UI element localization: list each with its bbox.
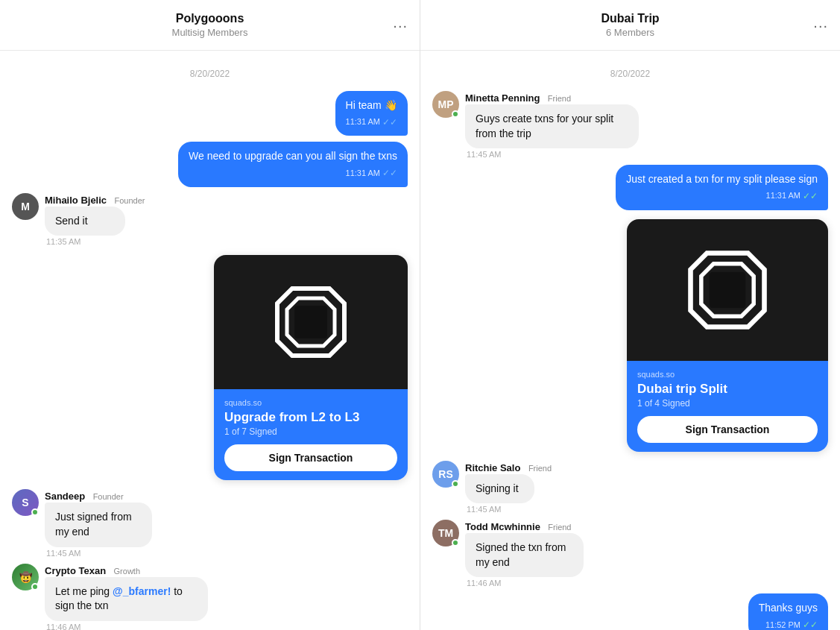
bubble-created-time: 11:31 AM ✓✓ <box>626 190 818 203</box>
left-chat-body: 8/20/2022 Hi team 👋 11:31 AM ✓✓ We need … <box>0 51 420 630</box>
txn-card-left-image <box>214 255 408 389</box>
msg-outgoing-created: Just created a txn for my split please s… <box>432 165 828 210</box>
msg-incoming-todd: TM Todd Mcwhinnie Friend Signed the txn … <box>432 520 828 588</box>
msg-incoming-ritchie: RS Ritchie Salo Friend Signing it 11:45 … <box>432 461 828 514</box>
minetta-time: 11:45 AM <box>465 150 683 159</box>
bubble-thanks: Thanks guys 11:52 PM ✓✓ <box>748 593 828 630</box>
txn-title-left: Upgrade from L2 to L3 <box>224 410 397 425</box>
left-chat-subtitle: Multisig Members <box>15 27 405 38</box>
ritchie-time: 11:45 AM <box>465 505 552 514</box>
crypto-sender-line: Crypto Texan Growth <box>45 564 249 577</box>
txn-signed-right: 1 of 4 Signed <box>637 398 818 409</box>
squads-logo-left <box>274 285 348 359</box>
bubble-upgrade-text: We need to upgrade can you all sign the … <box>189 150 397 162</box>
bubble-thanks-time: 11:52 PM ✓✓ <box>759 619 818 630</box>
msg-incoming-crypto: 🤠 Crypto Texan Growth Let me ping @_bfar… <box>12 564 408 630</box>
squads-logo-right <box>686 249 768 331</box>
mihailo-content: Mihailo Bjelic Founder Send it 11:35 AM <box>45 193 145 247</box>
ritchie-avatar: RS <box>432 461 459 488</box>
txn-card-left-body: squads.so Upgrade from L2 to L3 1 of 7 S… <box>214 389 408 480</box>
txn-card-right: squads.so Dubai trip Split 1 of 4 Signed… <box>627 219 828 452</box>
minetta-avatar: MP <box>432 91 459 118</box>
sign-txn-right-button[interactable]: Sign Transaction <box>637 416 818 443</box>
crypto-time: 11:46 AM <box>45 623 249 630</box>
svg-rect-5 <box>710 271 745 307</box>
todd-sender-line: Todd Mcwhinnie Friend <box>465 520 613 533</box>
right-date-divider: 8/20/2022 <box>432 69 828 79</box>
mihailo-time: 11:35 AM <box>45 237 145 246</box>
msg-outgoing-thanks: Thanks guys 11:52 PM ✓✓ <box>432 593 828 630</box>
sandeep-sender-name: Sandeep <box>45 491 85 502</box>
crypto-avatar: 🤠 <box>12 564 39 590</box>
txn-card-right-wrapper: squads.so Dubai trip Split 1 of 4 Signed… <box>432 219 828 452</box>
bubble-created-text: Just created a txn for my split please s… <box>626 173 818 185</box>
minetta-sender-role: Friend <box>548 94 571 103</box>
left-chat-title: Polygooons <box>15 12 405 25</box>
ritchie-row: RS Ritchie Salo Friend Signing it 11:45 … <box>432 461 552 514</box>
mention-bfarmer: @_bfarmer! <box>113 585 171 597</box>
todd-time: 11:46 AM <box>465 579 613 588</box>
msg-incoming-sandeep: S Sandeep Founder Just signed from my en… <box>12 489 408 557</box>
check-icon-thanks: ✓✓ <box>803 619 818 630</box>
ritchie-bubble: Signing it <box>465 474 534 504</box>
mihailo-bubble: Send it <box>45 207 125 236</box>
crypto-online-dot <box>31 583 39 590</box>
minetta-sender-name: Minetta Penning <box>465 92 540 104</box>
txn-source-left: squads.so <box>224 398 397 407</box>
right-chat-panel: Dubai Trip 6 Members ··· 8/20/2022 MP Mi… <box>420 0 840 630</box>
txn-title-right: Dubai trip Split <box>637 382 818 397</box>
txn-card-left: squads.so Upgrade from L2 to L3 1 of 7 S… <box>214 255 408 480</box>
mihailo-row: M Mihailo Bjelic Founder Send it 11:35 A… <box>12 193 145 247</box>
bubble-created: Just created a txn for my split please s… <box>616 165 828 210</box>
mihailo-avatar: M <box>12 193 39 220</box>
todd-content: Todd Mcwhinnie Friend Signed the txn fro… <box>465 520 613 588</box>
todd-row: TM Todd Mcwhinnie Friend Signed the txn … <box>432 520 613 588</box>
todd-online-dot <box>452 539 459 546</box>
left-more-button[interactable]: ··· <box>393 16 408 34</box>
todd-bubble: Signed the txn from my end <box>465 533 584 577</box>
msg-outgoing-upgrade: We need to upgrade can you all sign the … <box>12 142 408 186</box>
bubble-hiteam-text: Hi team 👋 <box>346 99 397 111</box>
right-chat-subtitle: 6 Members <box>435 27 825 38</box>
left-date-divider: 8/20/2022 <box>12 69 408 79</box>
minetta-row: MP Minetta Penning Friend Guys create tx… <box>432 91 683 159</box>
txn-card-right-body: squads.so Dubai trip Split 1 of 4 Signed… <box>627 361 828 452</box>
todd-avatar: TM <box>432 520 459 546</box>
crypto-bubble: Let me ping @_bfarmer! to sign the txn <box>45 577 208 621</box>
crypto-sender-role: Growth <box>114 567 140 576</box>
ritchie-sender-role: Friend <box>528 464 552 473</box>
ritchie-online-dot <box>452 480 459 488</box>
msg-incoming-minetta: MP Minetta Penning Friend Guys create tx… <box>432 91 828 159</box>
sandeep-sender-line: Sandeep Founder <box>45 489 180 503</box>
mihailo-sender-role: Founder <box>115 196 145 205</box>
crypto-content: Crypto Texan Growth Let me ping @_bfarme… <box>45 564 249 630</box>
sandeep-avatar: S <box>12 489 39 516</box>
left-chat-panel: Polygooons Multisig Members ··· 8/20/202… <box>0 0 420 630</box>
todd-sender-role: Friend <box>548 523 571 532</box>
txn-card-left-wrapper: squads.so Upgrade from L2 to L3 1 of 7 S… <box>12 255 408 480</box>
bubble-hiteam: Hi team 👋 11:31 AM ✓✓ <box>335 91 408 136</box>
crypto-row: 🤠 Crypto Texan Growth Let me ping @_bfar… <box>12 564 249 630</box>
txn-source-right: squads.so <box>637 370 818 379</box>
right-chat-header: Dubai Trip 6 Members ··· <box>420 0 840 51</box>
minetta-content: Minetta Penning Friend Guys create txns … <box>465 91 683 159</box>
crypto-sender-name: Crypto Texan <box>45 565 106 576</box>
sandeep-time: 11:45 AM <box>45 549 180 558</box>
sign-txn-left-button[interactable]: Sign Transaction <box>224 444 397 471</box>
check-icon-created: ✓✓ <box>803 190 818 203</box>
right-chat-title: Dubai Trip <box>435 12 825 25</box>
todd-sender-name: Todd Mcwhinnie <box>465 521 540 532</box>
mihailo-sender-line: Mihailo Bjelic Founder <box>45 193 145 207</box>
ritchie-sender-name: Ritchie Salo <box>465 462 520 473</box>
sandeep-row: S Sandeep Founder Just signed from my en… <box>12 489 180 557</box>
sandeep-online-dot <box>31 508 39 516</box>
sandeep-bubble: Just signed from my end <box>45 503 152 546</box>
right-more-button[interactable]: ··· <box>813 16 828 34</box>
ritchie-sender-line: Ritchie Salo Friend <box>465 461 552 474</box>
minetta-bubble: Guys create txns for your split from the… <box>465 104 639 148</box>
check-icon-upgrade: ✓✓ <box>382 167 397 180</box>
ritchie-content: Ritchie Salo Friend Signing it 11:45 AM <box>465 461 552 514</box>
sandeep-content: Sandeep Founder Just signed from my end … <box>45 489 180 557</box>
sandeep-sender-role: Founder <box>93 492 124 501</box>
minetta-online-dot <box>452 110 459 118</box>
